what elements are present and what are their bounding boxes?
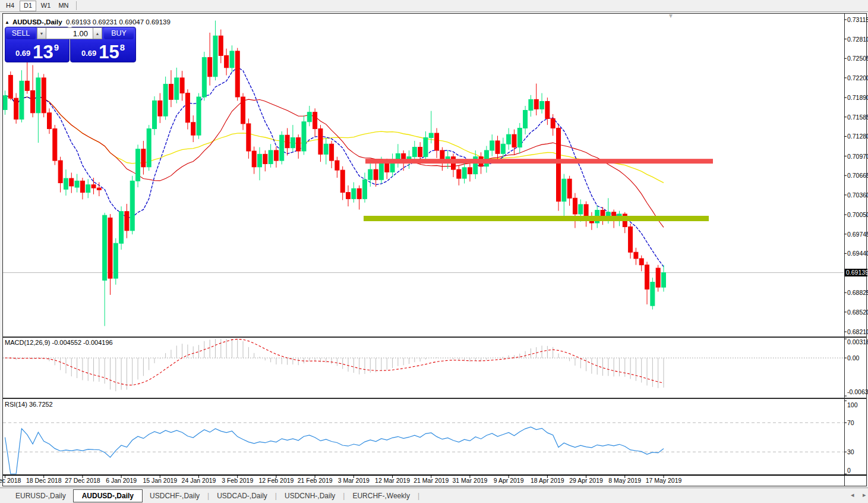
price-axis-label: 0.72505 bbox=[847, 55, 868, 62]
price-axis-label: 0.68825 bbox=[847, 289, 868, 296]
tab-separator: | bbox=[343, 492, 345, 500]
buy-price: 0.69158 bbox=[71, 42, 135, 61]
chart-window[interactable] bbox=[2, 13, 867, 486]
price-axis-label: 0.71585 bbox=[847, 114, 868, 121]
price-axis-label: 0.72200 bbox=[847, 74, 868, 81]
chart-tab-usdchf[interactable]: USDCHF-,Daily bbox=[143, 490, 207, 502]
buy-price-small: 0.69 bbox=[81, 49, 96, 58]
chart-shift-marker-icon[interactable]: ▼ bbox=[668, 12, 674, 19]
panel-splitter-rsi[interactable] bbox=[3, 398, 867, 399]
date-axis-label: 17 May 2019 bbox=[639, 477, 689, 484]
chart-tab-bar: EURUSD-,DailyAUDUSD-,DailyUSDCHF-,Daily|… bbox=[0, 488, 868, 503]
volume-decrease-icon[interactable]: ▼ bbox=[37, 27, 46, 39]
price-axis-label: 0.68210 bbox=[847, 328, 868, 335]
tab-separator: | bbox=[418, 492, 419, 500]
timeframe-button-h4[interactable]: H4 bbox=[2, 1, 18, 11]
sell-price: 0.69139 bbox=[5, 42, 69, 61]
rsi-axis-70: 70 bbox=[847, 419, 854, 426]
tab-separator: | bbox=[275, 492, 277, 500]
sell-price-sup: 9 bbox=[54, 42, 59, 52]
price-axis-label: 0.68520 bbox=[847, 309, 868, 316]
timeframe-toolbar: H4D1W1MN bbox=[0, 0, 868, 12]
price-axis-label: 0.71890 bbox=[847, 94, 868, 101]
sell-button[interactable]: SELL bbox=[6, 27, 36, 39]
price-axis-label: 0.69745 bbox=[847, 231, 868, 238]
chart-tab-eurusd[interactable]: EURUSD-,Daily bbox=[8, 490, 73, 502]
one-click-trading-panel: 0.69139 0.69158 SELL BUY ▼ ▲ bbox=[5, 26, 135, 62]
price-axis-label: 0.73115 bbox=[847, 16, 868, 23]
volume-spinner: ▼ ▲ bbox=[37, 27, 102, 39]
macd-axis-zero: 0.00 bbox=[847, 354, 859, 361]
current-price-tag: 0.69139 bbox=[845, 269, 867, 276]
macd-label: MACD(12,26,9) -0.004552 -0.004196 bbox=[5, 339, 113, 346]
toolbar-divider bbox=[76, 1, 77, 10]
sell-price-small: 0.69 bbox=[15, 49, 30, 58]
volume-increase-icon[interactable]: ▲ bbox=[93, 27, 102, 39]
buy-price-sup: 8 bbox=[120, 42, 125, 52]
macd-axis-top: 0.003164 bbox=[847, 338, 868, 345]
price-axis-label: 0.70665 bbox=[847, 172, 868, 179]
collapse-icon[interactable]: ▲ bbox=[5, 20, 10, 25]
sell-price-big: 13 bbox=[33, 43, 53, 61]
price-axis-border bbox=[844, 14, 845, 486]
chart-tabs: EURUSD-,DailyAUDUSD-,DailyUSDCHF-,Daily|… bbox=[8, 489, 420, 502]
price-axis-label: 0.70050 bbox=[847, 211, 868, 218]
macd-values: -0.004552 -0.004196 bbox=[52, 339, 112, 346]
rsi-label: RSI(14) 36.7252 bbox=[5, 401, 53, 408]
chart-tab-usdcnh[interactable]: USDCNH-,Daily bbox=[277, 490, 342, 502]
timeframe-buttons: H4D1W1MN bbox=[2, 1, 73, 11]
timeframe-button-d1[interactable]: D1 bbox=[20, 1, 36, 11]
tab-scroll-right-icon[interactable]: ▸ bbox=[863, 491, 866, 499]
chart-tab-usdcad[interactable]: USDCAD-,Daily bbox=[210, 490, 274, 502]
tab-separator: | bbox=[207, 492, 209, 500]
rsi-axis-0: 0 bbox=[847, 467, 851, 474]
rsi-axis-30: 30 bbox=[847, 448, 854, 455]
price-axis-label: 0.72810 bbox=[847, 36, 868, 43]
ohlc-values: 0.69193 0.69231 0.69047 0.69139 bbox=[66, 18, 171, 26]
price-axis-label: 0.70970 bbox=[847, 153, 868, 160]
timeframe-button-w1[interactable]: W1 bbox=[37, 1, 54, 11]
volume-input[interactable] bbox=[46, 27, 93, 39]
macd-name: MACD(12,26,9) bbox=[5, 339, 50, 346]
panel-splitter-macd[interactable] bbox=[3, 337, 867, 338]
rsi-axis-100: 100 bbox=[847, 401, 858, 408]
timeframe-button-mn[interactable]: MN bbox=[55, 1, 72, 11]
rsi-name: RSI(14) bbox=[5, 401, 27, 408]
tab-scroll-left-icon[interactable]: ◂ bbox=[851, 491, 854, 499]
chart-tab-eurchf[interactable]: EURCHF-,Weekly bbox=[345, 490, 416, 502]
symbol-title: AUDUSD-,Daily bbox=[12, 18, 62, 26]
macd-axis-bottom: -0.006317 bbox=[847, 388, 868, 395]
buy-price-big: 15 bbox=[99, 43, 119, 61]
price-axis-label: 0.69440 bbox=[847, 250, 868, 257]
chart-title-row: ▲AUDUSD-,Daily 0.69193 0.69231 0.69047 0… bbox=[5, 18, 171, 26]
date-axis-border bbox=[3, 474, 867, 476]
buy-button[interactable]: BUY bbox=[104, 27, 134, 39]
price-axis-label: 0.71280 bbox=[847, 133, 868, 140]
chart-tab-audusd[interactable]: AUDUSD-,Daily bbox=[73, 489, 143, 502]
rsi-value: 36.7252 bbox=[29, 401, 53, 408]
price-axis-label: 0.70360 bbox=[847, 191, 868, 199]
